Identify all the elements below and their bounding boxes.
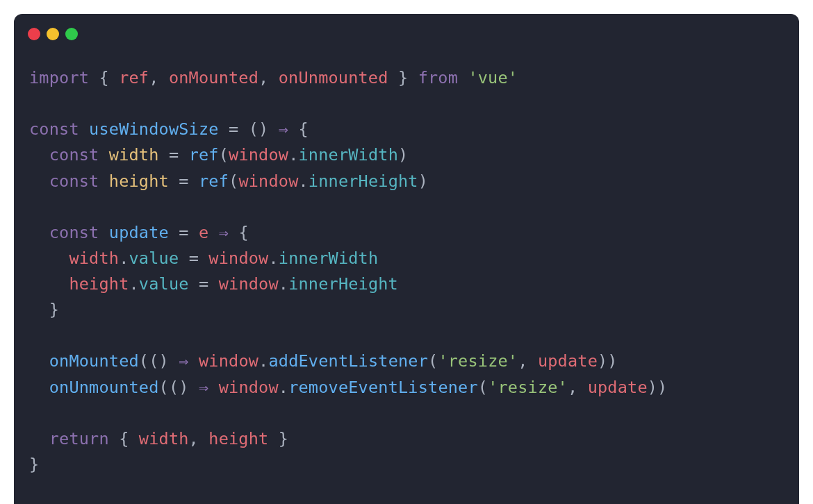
ident-window: window	[219, 378, 279, 397]
space	[79, 119, 89, 139]
string-resize: 'resize'	[488, 378, 568, 397]
operator-eq: =	[179, 171, 188, 191]
func-usewindowsize: useWindowSize	[89, 119, 219, 139]
prop-innerheight: innerHeight	[309, 171, 418, 191]
paren: )	[398, 145, 408, 165]
ident-window: window	[229, 145, 288, 165]
ident-update: update	[588, 378, 648, 397]
ident-window: window	[219, 274, 279, 294]
indent	[29, 300, 49, 319]
brace: }	[388, 68, 418, 87]
param-e: e	[199, 223, 208, 242]
comma: ,	[518, 351, 538, 371]
arrow: ⇒	[199, 378, 208, 397]
window-titlebar	[14, 14, 799, 46]
keyword-const: const	[29, 119, 79, 139]
space	[458, 68, 468, 87]
operator-eq: =	[229, 119, 238, 139]
brace: }	[49, 300, 59, 319]
maximize-icon[interactable]	[65, 28, 78, 40]
paren: )	[258, 119, 268, 139]
space	[219, 119, 229, 139]
indent	[29, 171, 49, 191]
paren: )	[179, 378, 188, 397]
space	[179, 145, 188, 165]
keyword-const: const	[49, 145, 99, 165]
ident-update: update	[538, 351, 598, 371]
ident-window: window	[208, 249, 268, 268]
space	[169, 223, 179, 242]
ident-width: width	[139, 429, 189, 448]
ident-onmounted: onMounted	[169, 68, 258, 87]
paren: (	[229, 171, 238, 191]
keyword-return: return	[49, 429, 109, 448]
paren: )	[648, 378, 657, 397]
code-content: import { ref, onMounted, onUnmounted } f…	[14, 46, 799, 497]
paren: (	[159, 378, 169, 397]
prop-innerheight: innerHeight	[288, 274, 398, 294]
space	[189, 171, 199, 191]
minimize-icon[interactable]	[47, 28, 59, 40]
space	[189, 351, 199, 371]
func-onunmounted: onUnmounted	[49, 378, 159, 397]
indent	[29, 223, 49, 242]
paren: )	[657, 378, 667, 397]
prop-value: value	[139, 274, 189, 294]
brace: }	[29, 455, 39, 474]
dot: .	[258, 351, 268, 371]
space	[238, 119, 248, 139]
brace: {	[89, 68, 119, 87]
dot: .	[279, 378, 288, 397]
dot: .	[268, 249, 278, 268]
space	[189, 378, 199, 397]
paren: (	[478, 378, 488, 397]
indent	[29, 429, 49, 448]
paren: (	[169, 378, 179, 397]
keyword-const: const	[49, 171, 99, 191]
keyword-import: import	[29, 68, 89, 87]
comma: ,	[189, 429, 209, 448]
space	[99, 171, 108, 191]
string-resize: 'resize'	[438, 351, 518, 371]
close-icon[interactable]	[28, 28, 40, 40]
space	[229, 223, 238, 242]
code-window: import { ref, onMounted, onUnmounted } f…	[14, 14, 799, 504]
space	[159, 145, 169, 165]
brace: {	[119, 429, 139, 448]
dot: .	[298, 171, 308, 191]
arrow: ⇒	[179, 351, 188, 371]
dot: .	[279, 274, 288, 294]
dot: .	[119, 249, 129, 268]
ident-width: width	[69, 249, 119, 268]
operator-eq: =	[189, 249, 199, 268]
space	[208, 223, 218, 242]
paren: )	[607, 351, 617, 371]
prop-innerwidth: innerWidth	[299, 145, 398, 165]
space	[288, 119, 298, 139]
func-removeeventlistener: removeEventListener	[288, 378, 478, 397]
paren: (	[139, 351, 149, 371]
prop-value: value	[129, 249, 179, 268]
paren: (	[428, 351, 438, 371]
ident-onunmounted: onUnmounted	[279, 68, 388, 87]
arrow: ⇒	[219, 223, 229, 242]
space	[268, 119, 278, 139]
indent	[29, 351, 49, 371]
operator-eq: =	[169, 145, 179, 165]
ident-window: window	[238, 171, 298, 191]
paren: (	[219, 145, 229, 165]
space	[109, 429, 119, 448]
func-ref: ref	[189, 145, 219, 165]
paren: (	[149, 351, 158, 371]
ident-ref: ref	[119, 68, 149, 87]
space	[189, 223, 199, 242]
space	[99, 145, 108, 165]
paren: )	[598, 351, 607, 371]
func-ref: ref	[199, 171, 229, 191]
space	[189, 274, 199, 294]
space	[169, 171, 179, 191]
indent	[29, 145, 49, 165]
ident-window: window	[199, 351, 258, 371]
paren: (	[249, 119, 258, 139]
var-height: height	[109, 171, 169, 191]
